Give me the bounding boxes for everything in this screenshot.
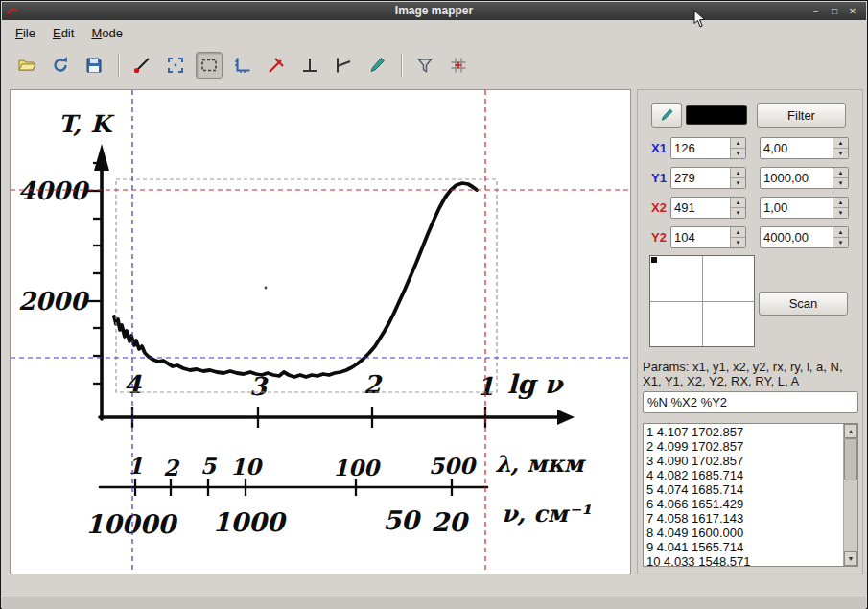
list-item[interactable]: 1 4.107 1702.857 (646, 425, 843, 439)
list-item[interactable]: 10 4.033 1548.571 (646, 554, 843, 566)
pen-tool-button[interactable] (364, 52, 390, 79)
trace-color-swatch[interactable] (686, 105, 747, 125)
spin-up-icon[interactable]: ▲ (731, 138, 745, 149)
spin-down-icon[interactable]: ▼ (731, 149, 745, 158)
list-item[interactable]: 9 4.041 1565.714 (646, 540, 843, 554)
grid-tool-button[interactable] (445, 52, 472, 79)
menu-mode[interactable]: Mode (82, 22, 131, 44)
nu-tick-label: 50 (383, 505, 422, 535)
spin-down-icon[interactable]: ▼ (833, 208, 848, 218)
lambda-tick-label: 1 (128, 453, 143, 479)
open-icon (17, 56, 36, 75)
list-item[interactable]: 2 4.099 1702.857 (646, 439, 843, 454)
spin-up-icon[interactable]: ▲ (731, 168, 745, 178)
spin-down-icon[interactable]: ▼ (731, 208, 745, 218)
spin-down-icon[interactable]: ▼ (833, 149, 848, 158)
spin-down-icon[interactable]: ▼ (731, 238, 745, 247)
filter-tool-button[interactable] (411, 52, 438, 79)
preview-crosshair-h (650, 301, 754, 302)
x1-value-input[interactable] (761, 138, 833, 158)
rotate-tool-button[interactable] (263, 52, 290, 79)
toolbar (2, 46, 866, 84)
scrollbar-thumb[interactable] (844, 438, 857, 480)
coord-row-y2: Y2 ▲ ▼ ▲ ▼ (651, 225, 849, 248)
minimize-button[interactable]: − (809, 3, 823, 19)
y-tick-label: 2000 (18, 287, 90, 316)
trace-tool-button[interactable] (651, 103, 682, 128)
spin-up-icon[interactable]: ▲ (833, 198, 848, 208)
spin-up-icon[interactable]: ▲ (731, 227, 745, 238)
x2-pixel-spinbox[interactable]: ▲ ▼ (670, 197, 746, 219)
y1-value-spinbox[interactable]: ▲ ▼ (760, 167, 849, 189)
point-tool-button[interactable] (129, 52, 155, 79)
list-item[interactable]: 3 4.090 1702.857 (646, 454, 843, 468)
params-help-text: Params: x1, y1, x2, y2, rx, ry, l, a, N,… (643, 360, 859, 388)
x2-value-input[interactable] (761, 198, 833, 218)
menu-file[interactable]: File (7, 22, 44, 44)
filter-button[interactable]: Filter (757, 103, 846, 128)
spin-down-icon[interactable]: ▼ (731, 178, 745, 188)
title-bar: Image mapper − □ ✕ (2, 2, 866, 20)
y2-pixel-input[interactable] (671, 227, 730, 247)
image-canvas[interactable]: T, K 4000 2000 4 3 2 1 lg ν 1 2 5 10 100… (10, 89, 631, 574)
app-icon (6, 5, 19, 18)
y2-label: Y2 (651, 230, 670, 245)
open-button[interactable] (13, 52, 40, 79)
y1-pixel-spinbox[interactable]: ▲ ▼ (670, 167, 746, 189)
list-item[interactable]: 5 4.074 1685.714 (646, 482, 843, 497)
y1-value-input[interactable] (761, 168, 833, 188)
control-panel: Filter X1 ▲ ▼ ▲ ▼ Y1 (637, 89, 863, 574)
format-input[interactable] (643, 391, 858, 413)
scroll-down-icon[interactable]: ▼ (844, 551, 857, 566)
scan-speck (265, 287, 268, 290)
zoom-select-button[interactable] (162, 52, 189, 79)
x-axis-title: lg ν (507, 369, 565, 399)
y2-pixel-spinbox[interactable]: ▲ ▼ (670, 226, 746, 248)
spin-up-icon[interactable]: ▲ (833, 168, 848, 178)
rect-select-button[interactable] (196, 52, 223, 79)
list-item[interactable]: 7 4.058 1617.143 (646, 511, 843, 526)
y2-value-spinbox[interactable]: ▲ ▼ (760, 226, 849, 248)
spin-down-icon[interactable]: ▼ (833, 178, 848, 188)
results-list[interactable]: 1 4.107 1702.857 2 4.099 1702.857 3 4.09… (643, 423, 858, 567)
window-controls: − □ ✕ (809, 3, 866, 19)
x2-label: X2 (651, 200, 670, 215)
x2-pixel-input[interactable] (671, 198, 730, 218)
y2-value-input[interactable] (761, 227, 833, 247)
x1-value-spinbox[interactable]: ▲ ▼ (760, 137, 849, 159)
list-item[interactable]: 8 4.049 1600.000 (646, 526, 843, 540)
scrollbar[interactable]: ▲ ▼ (843, 424, 857, 566)
pen-icon (367, 56, 387, 75)
lambda-tick-label: 2 (163, 455, 180, 480)
close-button[interactable]: ✕ (846, 3, 859, 19)
lambda-axis-title: λ, мкм (495, 450, 587, 478)
spin-up-icon[interactable]: ▲ (731, 198, 745, 208)
mouse-cursor-icon (693, 10, 706, 28)
perpendicular-tool-button[interactable] (296, 52, 323, 79)
x1-pixel-input[interactable] (671, 138, 730, 158)
lambda-tick-label: 100 (333, 455, 382, 480)
spin-down-icon[interactable]: ▼ (833, 238, 848, 247)
spin-up-icon[interactable]: ▲ (833, 227, 848, 238)
scan-button[interactable]: Scan (759, 292, 848, 316)
window-title: Image mapper (2, 2, 866, 20)
scroll-up-icon[interactable]: ▲ (844, 424, 857, 438)
maximize-button[interactable]: □ (828, 3, 841, 19)
x1-label: X1 (651, 141, 670, 155)
menu-edit[interactable]: Edit (44, 22, 82, 44)
save-button[interactable] (81, 52, 107, 79)
x2-value-spinbox[interactable]: ▲ ▼ (760, 197, 849, 219)
list-item[interactable]: 4 4.082 1685.714 (646, 468, 843, 482)
axes-tool-button[interactable] (229, 52, 256, 79)
spin-up-icon[interactable]: ▲ (833, 138, 848, 149)
nu-tick-label: 20 (431, 507, 470, 537)
toolbar-separator (118, 54, 120, 77)
lambda-tick-label: 10 (230, 454, 264, 480)
reload-icon (51, 56, 70, 75)
lambda-tick-label: 5 (200, 453, 218, 479)
reload-button[interactable] (47, 52, 74, 79)
y1-pixel-input[interactable] (671, 168, 730, 188)
angle-tool-button[interactable] (330, 52, 357, 79)
x1-pixel-spinbox[interactable]: ▲ ▼ (670, 137, 746, 159)
list-item[interactable]: 6 4.066 1651.429 (646, 497, 843, 511)
